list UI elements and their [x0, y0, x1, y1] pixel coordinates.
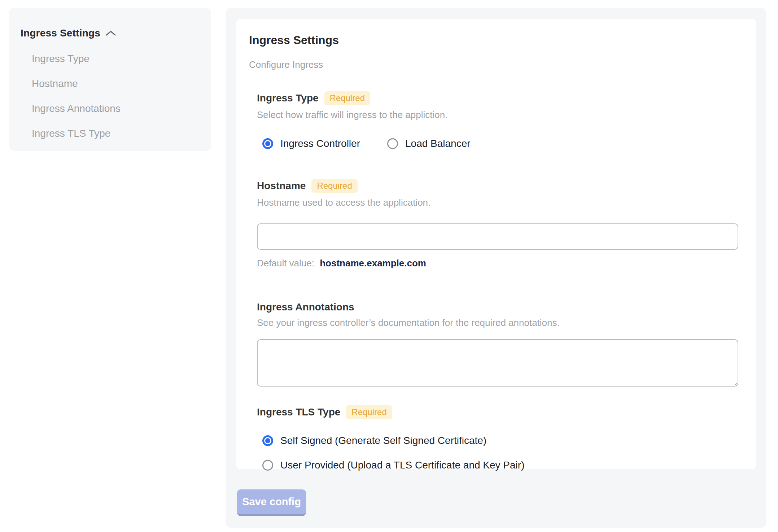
radio-selected-icon[interactable]	[262, 138, 273, 149]
ingress-type-radio-group: Ingress Controller Load Balancer	[257, 138, 738, 149]
sidebar-nav-items: Ingress Type Hostname Ingress Annotation…	[32, 53, 121, 153]
settings-sidebar: Ingress Settings Ingress Type Hostname I…	[9, 8, 211, 151]
required-badge: Required	[311, 179, 357, 193]
sidebar-section-title: Ingress Settings	[21, 27, 100, 39]
section-ingress-annotations: Ingress Annotations See your ingress con…	[257, 301, 738, 388]
section-hostname: Hostname Required Hostname used to acces…	[257, 179, 738, 269]
radio-user-provided[interactable]: User Provided (Upload a TLS Certificate …	[262, 459, 738, 471]
chevron-up-icon	[105, 30, 116, 36]
ingress-annotations-label: Ingress Annotations	[257, 301, 354, 313]
default-value-text: hostname.example.com	[320, 258, 426, 269]
save-config-button[interactable]: Save config	[237, 489, 306, 516]
radio-self-signed[interactable]: Self Signed (Generate Self Signed Certif…	[262, 435, 738, 446]
section-ingress-type: Ingress Type Required Select how traffic…	[257, 91, 738, 149]
page-subtitle: Configure Ingress	[249, 59, 738, 70]
sidebar-item-ingress-annotations[interactable]: Ingress Annotations	[32, 103, 121, 128]
tls-type-radio-group: Self Signed (Generate Self Signed Certif…	[257, 435, 738, 471]
ingress-type-label: Ingress Type	[257, 92, 319, 104]
radio-unselected-icon[interactable]	[262, 460, 273, 471]
sidebar-section-toggle[interactable]: Ingress Settings	[21, 27, 116, 39]
hostname-default-line: Default value: hostname.example.com	[257, 258, 738, 269]
page-title: Ingress Settings	[249, 34, 738, 47]
radio-label: Self Signed (Generate Self Signed Certif…	[280, 435, 486, 446]
ingress-tls-type-label: Ingress TLS Type	[257, 406, 340, 418]
section-ingress-tls-type: Ingress TLS Type Required Self Signed (G…	[257, 405, 738, 471]
radio-load-balancer[interactable]: Load Balancer	[387, 138, 471, 149]
sidebar-item-hostname[interactable]: Hostname	[32, 78, 121, 103]
sidebar-item-ingress-type[interactable]: Ingress Type	[32, 53, 121, 78]
radio-label: Load Balancer	[405, 138, 471, 149]
hostname-label: Hostname	[257, 180, 306, 192]
radio-ingress-controller[interactable]: Ingress Controller	[262, 138, 360, 149]
required-badge: Required	[324, 91, 370, 105]
default-value-label: Default value:	[257, 258, 314, 269]
hostname-description: Hostname used to access the application.	[257, 197, 738, 208]
ingress-type-description: Select how traffic will ingress to the a…	[257, 109, 738, 121]
ingress-annotations-description: See your ingress controller’s documentat…	[257, 317, 738, 328]
radio-selected-icon[interactable]	[262, 435, 273, 446]
radio-label: Ingress Controller	[280, 138, 360, 149]
ingress-settings-panel: Ingress Settings Configure Ingress Ingre…	[226, 8, 766, 528]
radio-unselected-icon[interactable]	[387, 138, 398, 149]
sidebar-item-ingress-tls-type[interactable]: Ingress TLS Type	[32, 128, 121, 153]
hostname-input[interactable]	[257, 223, 738, 250]
ingress-settings-card: Ingress Settings Configure Ingress Ingre…	[236, 19, 756, 469]
required-badge: Required	[346, 405, 392, 419]
radio-label: User Provided (Upload a TLS Certificate …	[280, 459, 524, 471]
ingress-annotations-textarea[interactable]	[257, 339, 738, 387]
